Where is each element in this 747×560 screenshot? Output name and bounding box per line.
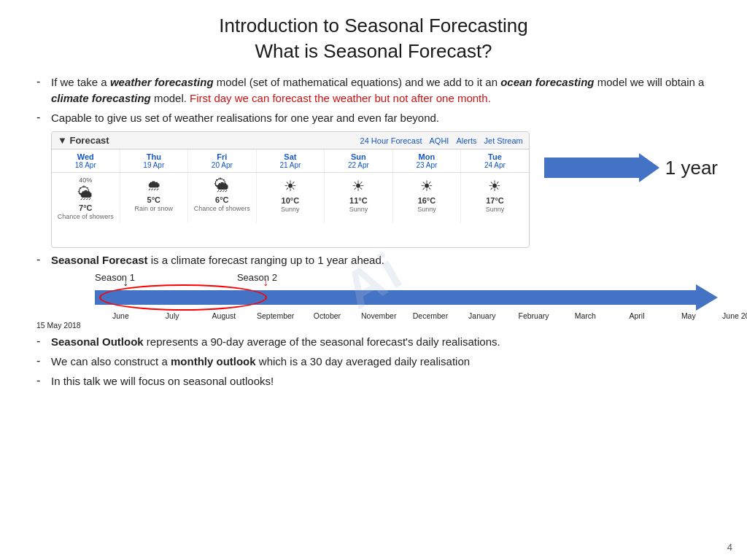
month-september: September [249, 311, 301, 320]
month-october: October [301, 311, 353, 320]
one-year-indicator: 1 year [544, 153, 718, 182]
timeline-bar-container [36, 284, 718, 311]
bullet-text-5: We can also construct a monthly outlook … [51, 354, 718, 370]
icon-3: ☀10°CSunny [257, 173, 325, 223]
bullet-dash-4: - [36, 334, 51, 348]
icon-5: ☀16°CSunny [393, 173, 462, 223]
month-august: August [198, 311, 250, 320]
link-alerts[interactable]: Alerts [456, 136, 476, 145]
day-0: Wed18 Apr [52, 149, 120, 172]
bold1: weather forecasting [110, 76, 214, 88]
bullet-item-6: - In this talk we will focus on seasonal… [36, 373, 718, 389]
forecast-days-header: Wed18 Apr Thu19 Apr Fri20 Apr Sat21 Apr … [52, 149, 529, 173]
icon-2: 🌦6°CChance of showers [188, 173, 257, 223]
season2-label: Season 2 [237, 272, 277, 283]
red-text: First day we can forecast the weather bu… [190, 92, 491, 104]
page-number: 4 [727, 542, 732, 553]
season2-arrow: ↓ [263, 276, 268, 289]
timeline-wrapper: ↓ ↓ June July August September October N… [36, 284, 718, 330]
bullet-dash-2: - [36, 110, 51, 124]
bullet-dash-5: - [36, 354, 51, 368]
bullet-text-1: If we take a weather forecasting model (… [51, 74, 718, 106]
day-4: Sun22 Apr [325, 149, 393, 172]
forecast-icons-row: 40%🌦7°CChance of showers 🌧5°CRain or sno… [52, 173, 529, 223]
day-3: Sat21 Apr [257, 149, 325, 172]
month-february: February [508, 311, 560, 320]
month-april: April [611, 311, 663, 320]
month-december: December [405, 311, 457, 320]
timeline-section: Season 1 Season 2 ↓ ↓ June July August S… [36, 272, 718, 330]
icon-0: 40%🌦7°CChance of showers [52, 173, 120, 223]
bullet-section: - If we take a weather forecasting model… [36, 74, 718, 125]
blue-arrow [544, 153, 659, 182]
seasonal-outlook-bold: Seasonal Outlook [51, 335, 144, 348]
monthly-outlook-bold: monthly outlook [171, 355, 256, 368]
forecast-widget: ▼ Forecast 24 Hour Forecast AQHI Alerts … [51, 131, 530, 248]
month-january: January [456, 311, 508, 320]
month-may: May [662, 311, 714, 320]
forecast-header: ▼ Forecast 24 Hour Forecast AQHI Alerts … [52, 132, 529, 149]
bullet-dash-1: - [36, 74, 51, 88]
arrow-body [544, 158, 639, 178]
bullet-item-2: - Capable to give us set of weather real… [36, 110, 718, 126]
bullet-text-3: Seasonal Forecast is a climate forecast … [51, 252, 718, 268]
month-november: November [353, 311, 405, 320]
forecast-links: 24 Hour Forecast AQHI Alerts Jet Stream [360, 136, 523, 145]
month-july: July [147, 311, 198, 320]
day-6: Tue24 Apr [461, 149, 529, 172]
arrow-head [639, 153, 659, 182]
slide-page: Ai Introduction to Seasonal Forecasting … [0, 0, 747, 560]
bullet-item-1: - If we take a weather forecasting model… [36, 74, 718, 106]
bold2: ocean forecasting [500, 76, 594, 88]
bullet-item-4: - Seasonal Outlook represents a 90-day a… [36, 334, 718, 350]
forecast-widget-row: ▼ Forecast 24 Hour Forecast AQHI Alerts … [51, 131, 718, 248]
bullet-text-2: Capable to give us set of weather realis… [51, 110, 718, 126]
slide-title: Introduction to Seasonal Forecasting Wha… [29, 13, 718, 64]
day-5: Mon23 Apr [393, 149, 462, 172]
months-row: June July August September October Novem… [95, 311, 747, 320]
bullet-text-6: In this talk we will focus on seasonal o… [51, 373, 718, 389]
link-24hr[interactable]: 24 Hour Forecast [360, 136, 422, 145]
bullet-item-5: - We can also construct a monthly outloo… [36, 354, 718, 370]
bottom-bullets: - Seasonal Outlook represents a 90-day a… [36, 334, 718, 389]
link-jetstream[interactable]: Jet Stream [484, 136, 523, 145]
bullet-item-3: - Seasonal Forecast is a climate forecas… [36, 252, 718, 268]
bullet-dash-6: - [36, 373, 51, 387]
start-date: 15 May 2018 [36, 321, 718, 330]
seasonal-forecast-bold: Seasonal Forecast [51, 254, 148, 266]
month-june: June [95, 311, 147, 320]
title-line2: What is Seasonal Forecast? [29, 39, 718, 64]
seasonal-forecast-bullet: - Seasonal Forecast is a climate forecas… [36, 252, 718, 268]
day-2: Fri20 Apr [188, 149, 257, 172]
icon-1: 🌧5°CRain or snow [120, 173, 189, 223]
month-march: March [560, 311, 611, 320]
season1-label: Season 1 [95, 272, 135, 283]
title-line1: Introduction to Seasonal Forecasting [29, 13, 718, 39]
bullet-dash-3: - [36, 252, 51, 266]
bold3: climate forecasting [51, 92, 151, 104]
bullet-text-4: Seasonal Outlook represents a 90-day ave… [51, 334, 718, 350]
forecast-title: ▼ Forecast [58, 135, 109, 146]
day-1: Thu19 Apr [120, 149, 189, 172]
month-june2019: June 2019 [714, 311, 747, 320]
link-aqhi[interactable]: AQHI [430, 136, 449, 145]
icon-6: ☀17°CSunny [461, 173, 529, 223]
icon-4: ☀11°CSunny [325, 173, 393, 223]
season1-arrow: ↓ [123, 276, 128, 289]
one-year-label: 1 year [665, 157, 718, 179]
timeline-arrowhead [696, 284, 718, 311]
